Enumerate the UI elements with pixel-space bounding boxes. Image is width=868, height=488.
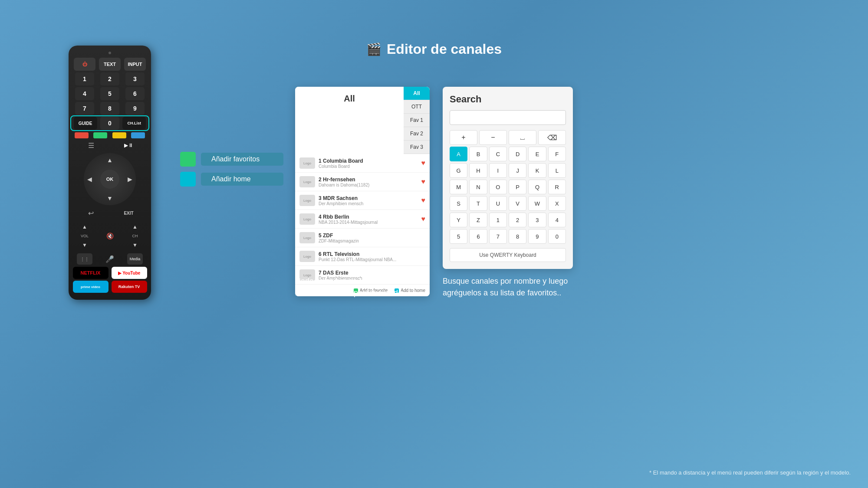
key-D[interactable]: D	[509, 147, 526, 161]
netflix-button[interactable]: NETFLIX	[73, 267, 108, 279]
tab-fav3[interactable]: Fav 3	[404, 141, 430, 154]
num-1-button[interactable]: 1	[75, 72, 94, 85]
key-A[interactable]: A	[450, 147, 467, 161]
mic-row: ⋮⋮ 🎤 Media	[72, 253, 148, 265]
numpad-row-3: 7 8 9	[72, 102, 148, 115]
text-button[interactable]: TEXT	[99, 58, 121, 71]
mic-button[interactable]: 🎤	[102, 253, 118, 265]
num-2-button[interactable]: 2	[100, 72, 119, 85]
ch-up-button[interactable]: ▲	[127, 221, 143, 233]
tab-ott[interactable]: OTT	[404, 100, 430, 114]
key-plus[interactable]: +	[450, 130, 477, 145]
num-4-button[interactable]: 4	[75, 87, 94, 100]
key-O[interactable]: O	[489, 180, 507, 194]
key-I[interactable]: I	[489, 163, 507, 178]
blue-button[interactable]	[131, 132, 145, 138]
key-T[interactable]: T	[469, 196, 487, 211]
key-C[interactable]: C	[489, 147, 507, 161]
mute-button[interactable]: 🔇	[102, 230, 118, 242]
media-button[interactable]: Media	[127, 253, 143, 265]
channel-item-4[interactable]: Logo 4 Rbb Berlin NBA 2013-2014-Mittagsj…	[295, 210, 430, 229]
key-Q[interactable]: Q	[528, 180, 546, 194]
back-button[interactable]: ↩	[83, 207, 99, 219]
key-W[interactable]: W	[528, 196, 546, 211]
key-J[interactable]: J	[509, 163, 526, 178]
youtube-button[interactable]: ▶ YouTube	[112, 267, 147, 279]
vol-down-button[interactable]: ▼	[77, 239, 92, 251]
yellow-button[interactable]	[112, 132, 126, 138]
key-R[interactable]: R	[548, 180, 566, 194]
channel-item-5[interactable]: Logo 5 ZDF ZDF-Mittagsmagazin	[295, 229, 430, 247]
key-K[interactable]: K	[528, 163, 546, 178]
key-S[interactable]: S	[450, 196, 467, 211]
red-button[interactable]	[75, 132, 89, 138]
prime-button[interactable]: prime video	[73, 281, 108, 293]
num-6-button[interactable]: 6	[125, 87, 145, 100]
dpad-left[interactable]: ◀	[87, 176, 92, 183]
key-F[interactable]: F	[548, 147, 566, 161]
channel-logo-5: Logo	[299, 232, 315, 243]
channel-item-3[interactable]: Logo 3 MDR Sachsen Der Amphibien mensch …	[295, 191, 430, 210]
key-X[interactable]: X	[548, 196, 566, 211]
key-6[interactable]: 6	[469, 229, 487, 244]
channel-item-1[interactable]: Logo 1 Columbia Board Columbia Board ♥	[295, 154, 430, 173]
exit-button[interactable]: EXIT	[121, 207, 137, 219]
num-9-button[interactable]: 9	[125, 102, 145, 115]
key-1[interactable]: 1	[489, 213, 507, 227]
tab-fav2[interactable]: Fav 2	[404, 127, 430, 141]
channel-item-2[interactable]: Logo 2 Hr-fernsehen Dahoam is Dahoma(118…	[295, 173, 430, 191]
key-Z[interactable]: Z	[469, 213, 487, 227]
apps-button[interactable]: ⋮⋮	[77, 253, 92, 265]
key-4[interactable]: 4	[548, 213, 566, 227]
key-backspace[interactable]: ⌫	[538, 130, 566, 145]
key-Y[interactable]: Y	[450, 213, 467, 227]
key-H[interactable]: H	[469, 163, 487, 178]
green-button[interactable]	[93, 132, 107, 138]
search-input[interactable]	[450, 110, 566, 125]
num-0-button[interactable]: 0	[100, 117, 119, 130]
ch-down-button[interactable]: ▼	[127, 239, 143, 251]
key-8[interactable]: 8	[509, 229, 526, 244]
key-3[interactable]: 3	[528, 213, 546, 227]
add-favorites-label: Añadir favoritos	[201, 153, 283, 166]
vol-up-button[interactable]: ▲	[77, 221, 92, 233]
qwerty-button[interactable]: Use QWERTY Keyboard	[450, 248, 566, 262]
key-L[interactable]: L	[548, 163, 566, 178]
rakuten-button[interactable]: Rakuten TV	[112, 281, 147, 293]
key-P[interactable]: P	[509, 180, 526, 194]
key-2[interactable]: 2	[509, 213, 526, 227]
guide-button[interactable]: GUIDE	[74, 117, 97, 130]
key-M[interactable]: M	[450, 180, 467, 194]
num-3-button[interactable]: 3	[125, 72, 145, 85]
playpause-button[interactable]: ▶⏸	[121, 139, 137, 151]
menu-icon-button[interactable]: ☰	[83, 139, 99, 151]
add-home-button[interactable]: Añadir home	[180, 172, 283, 187]
channel-name-3: 3 MDR Sachsen	[319, 195, 418, 201]
power-button[interactable]: ⏻	[74, 58, 95, 71]
input-button[interactable]: INPUT	[124, 58, 146, 71]
channel-item-6[interactable]: Logo 6 RTL Television Punkt 12-Das RTL-M…	[295, 247, 430, 266]
dpad-ok[interactable]: OK	[100, 170, 119, 189]
key-minus[interactable]: −	[479, 130, 507, 145]
num-7-button[interactable]: 7	[75, 102, 94, 115]
key-5[interactable]: 5	[450, 229, 467, 244]
tab-fav1[interactable]: Fav 1	[404, 114, 430, 127]
key-space[interactable]: ⎵	[509, 130, 536, 145]
key-V[interactable]: V	[509, 196, 526, 211]
num-5-button[interactable]: 5	[100, 87, 119, 100]
tab-all[interactable]: All	[404, 87, 430, 100]
key-U[interactable]: U	[489, 196, 507, 211]
dpad-right[interactable]: ▶	[128, 176, 132, 183]
key-G[interactable]: G	[450, 163, 467, 178]
key-7[interactable]: 7	[489, 229, 507, 244]
key-B[interactable]: B	[469, 147, 487, 161]
num-8-button[interactable]: 8	[100, 102, 119, 115]
dpad-down[interactable]: ▼	[107, 195, 113, 202]
key-9[interactable]: 9	[528, 229, 546, 244]
key-E[interactable]: E	[528, 147, 546, 161]
dpad-up[interactable]: ▲	[107, 157, 113, 164]
key-0[interactable]: 0	[548, 229, 566, 244]
chlist-button[interactable]: CH.List	[122, 117, 146, 130]
add-favorites-button[interactable]: Añadir favoritos	[180, 152, 283, 167]
key-N[interactable]: N	[469, 180, 487, 194]
